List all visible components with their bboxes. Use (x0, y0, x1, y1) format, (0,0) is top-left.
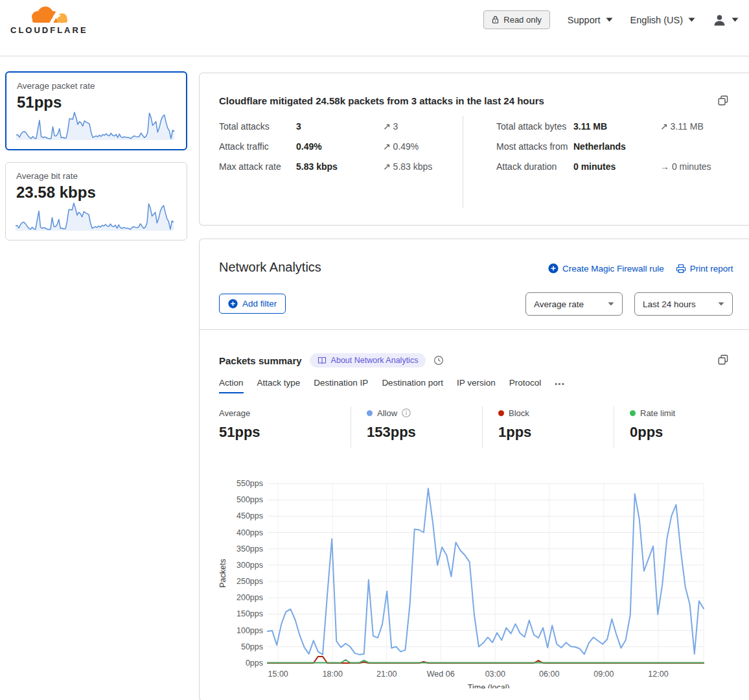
svg-text:09:00: 09:00 (593, 670, 614, 679)
tab-protocol[interactable]: Protocol (509, 378, 542, 393)
account-menu[interactable] (713, 14, 739, 27)
info-icon[interactable] (402, 408, 411, 417)
summary-row-label: Total attack bytes (496, 120, 573, 134)
summary-row-value: 3.11 MB (573, 120, 660, 134)
support-label: Support (568, 15, 601, 25)
svg-text:450pps: 450pps (236, 511, 263, 520)
metric-select[interactable]: Average rate (525, 292, 623, 316)
svg-text:15:00: 15:00 (268, 670, 288, 679)
printer-icon (676, 264, 686, 274)
attack-summary-card: Cloudflare mitigated 24.58k packets from… (199, 73, 749, 226)
summary-column-right: Total attack bytes3.11 MB↗ 3.11 MBMost a… (496, 120, 730, 180)
svg-text:12:00: 12:00 (648, 670, 668, 679)
packet-rate-sparkline (14, 109, 178, 144)
stat-label-row: Average (219, 408, 351, 418)
section-divider (200, 329, 749, 330)
create-magic-firewall-rule-link[interactable]: Create Magic Firewall rule (548, 263, 664, 274)
packets-summary-title: Packets summary (219, 355, 302, 366)
stat-label: Average (219, 408, 250, 418)
svg-text:Time (local): Time (local) (468, 683, 510, 688)
stat-label: Block (509, 408, 529, 418)
stat-label: Rate limit (640, 408, 675, 418)
dimension-tabs: ActionAttack typeDestination IPDestinati… (219, 378, 565, 393)
add-filter-label: Add filter (242, 299, 277, 309)
about-badge-label: About Network Analytics (331, 356, 419, 365)
lock-icon (492, 16, 499, 24)
summary-row-trend: ↗ 3 (383, 120, 398, 134)
summary-row: Attack duration0 minutes→ 0 minutes (496, 160, 730, 174)
tab-attack-type[interactable]: Attack type (257, 378, 301, 393)
time-range-value: Last 24 hours (643, 299, 696, 309)
svg-text:Packets: Packets (218, 559, 227, 587)
summary-row-label: Most attacks from (496, 140, 573, 154)
tab-destination-ip[interactable]: Destination IP (314, 378, 368, 393)
summary-row-trend: ↗ 0.49% (383, 140, 419, 154)
svg-text:300pps: 300pps (236, 561, 263, 570)
cloudflare-logo[interactable]: CLOUDFLARE (9, 4, 87, 38)
read-only-badge: Read only (483, 10, 550, 29)
chevron-down-icon (688, 18, 695, 22)
summary-row-label: Attack traffic (219, 140, 296, 154)
packets-summary-header: Packets summary About Network Analytics (219, 353, 444, 368)
time-range-select[interactable]: Last 24 hours (634, 292, 733, 316)
stat-label-row: Rate limit (630, 408, 745, 418)
legend-dot (630, 410, 636, 416)
stat-block: Block1pps (482, 406, 614, 448)
stat-average: Average51pps (219, 406, 351, 448)
chevron-down-icon (718, 302, 724, 306)
metric-card-value: 23.58 kbps (16, 183, 176, 202)
more-tabs-button[interactable]: ••• (555, 380, 565, 393)
summary-column-left: Total attacks3↗ 3Attack traffic0.49%↗ 0.… (219, 120, 463, 180)
summary-row-label: Total attacks (219, 120, 296, 134)
stat-label-row: Block (498, 408, 614, 418)
plus-circle-icon (228, 299, 238, 309)
svg-text:18:00: 18:00 (323, 670, 343, 679)
add-filter-button[interactable]: Add filter (219, 294, 286, 314)
svg-text:250pps: 250pps (236, 577, 263, 586)
summary-row-trend: ↗ 5.83 kbps (383, 160, 432, 174)
history-clock-icon[interactable] (433, 355, 444, 366)
summary-row-value: 5.83 kbps (296, 160, 383, 174)
summary-grid: Total attacks3↗ 3Attack traffic0.49%↗ 0.… (219, 120, 730, 180)
attack-summary-title: Cloudflare mitigated 24.58k packets from… (219, 95, 544, 106)
cloudflare-cloud-icon (9, 4, 86, 26)
user-icon (713, 14, 726, 27)
metric-card-packet-rate[interactable]: Average packet rate 51pps (5, 71, 187, 150)
svg-text:350pps: 350pps (236, 544, 263, 554)
svg-text:06:00: 06:00 (539, 670, 559, 679)
summary-row-label: Max attack rate (219, 160, 296, 174)
top-header: CLOUDFLARE Read only Support (0, 0, 749, 56)
about-network-analytics-badge[interactable]: About Network Analytics (310, 353, 426, 368)
tab-destination-port[interactable]: Destination port (382, 378, 443, 393)
summary-row: Max attack rate5.83 kbps↗ 5.83 kbps (219, 160, 463, 174)
plus-circle-icon (548, 263, 559, 274)
language-label: English (US) (630, 15, 683, 25)
metric-card-label: Average bit rate (16, 171, 176, 181)
cloudflare-dashboard: CLOUDFLARE Read only Support (0, 0, 749, 700)
create-rule-label: Create Magic Firewall rule (562, 264, 664, 274)
svg-text:Wed 06: Wed 06 (427, 670, 455, 679)
analytics-links: Create Magic Firewall rule Print report (548, 263, 733, 274)
tab-ip-version[interactable]: IP version (457, 378, 496, 393)
tab-action[interactable]: Action (219, 378, 244, 393)
print-report-label: Print report (690, 264, 733, 274)
summary-row-trend: → 0 minutes (660, 160, 711, 174)
read-only-label: Read only (503, 15, 542, 25)
copy-icon[interactable] (718, 95, 728, 106)
stat-value: 153pps (367, 424, 482, 441)
metric-card-bit-rate[interactable]: Average bit rate 23.58 kbps (5, 162, 187, 240)
language-menu[interactable]: English (US) (630, 15, 695, 25)
network-analytics-title: Network Analytics (219, 260, 321, 275)
chevron-down-icon (732, 18, 739, 22)
stat-label: Allow (377, 408, 397, 418)
summary-row: Most attacks fromNetherlands (496, 140, 730, 154)
legend-dot (367, 410, 373, 416)
chart-holder: 0pps50pps100pps150pps200pps250pps300pps3… (206, 471, 734, 688)
print-report-link[interactable]: Print report (676, 264, 733, 274)
header-actions: Read only Support English (US) (483, 10, 739, 29)
legend-stats-row: Average51ppsAllow153ppsBlock1ppsRate lim… (219, 406, 745, 448)
support-menu[interactable]: Support (568, 15, 613, 25)
svg-text:500pps: 500pps (236, 495, 263, 504)
copy-icon[interactable] (718, 355, 728, 365)
summary-row-value: 0 minutes (573, 160, 660, 174)
